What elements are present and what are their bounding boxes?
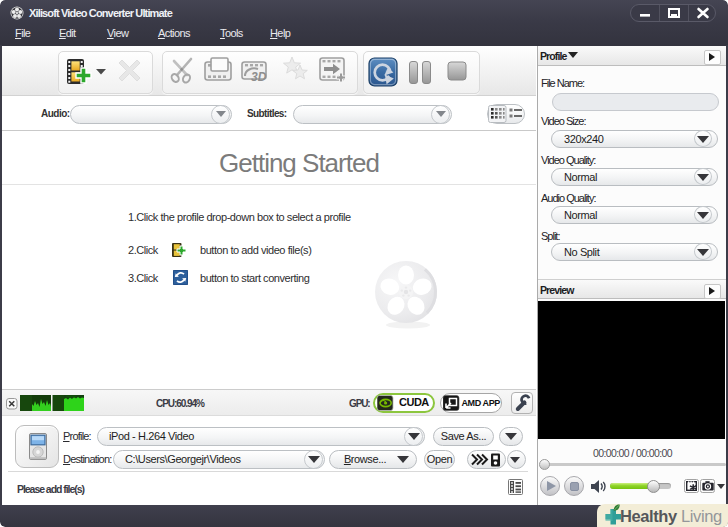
svg-text:3D: 3D	[251, 70, 267, 84]
